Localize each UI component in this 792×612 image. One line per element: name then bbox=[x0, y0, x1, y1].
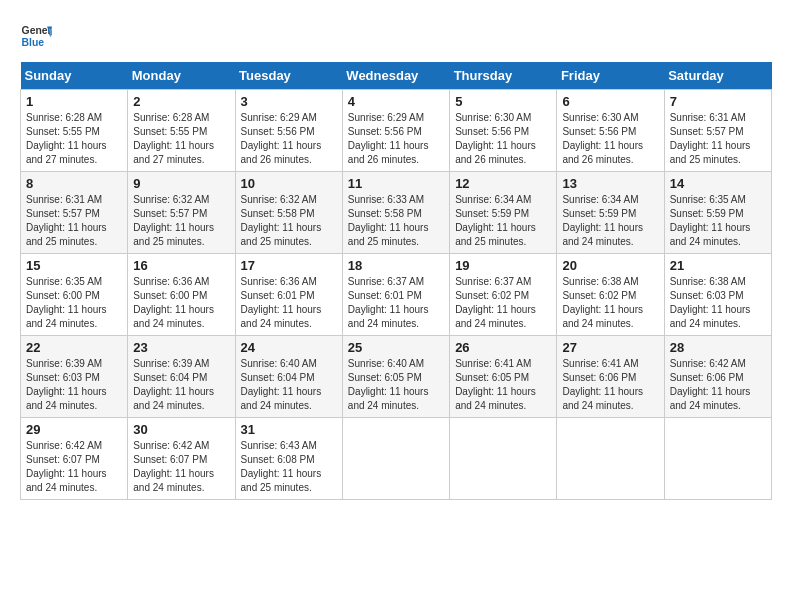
day-number: 3 bbox=[241, 94, 337, 109]
day-number: 26 bbox=[455, 340, 551, 355]
day-number: 6 bbox=[562, 94, 658, 109]
day-number: 1 bbox=[26, 94, 122, 109]
calendar-cell-day-2: 2 Sunrise: 6:28 AM Sunset: 5:55 PM Dayli… bbox=[128, 90, 235, 172]
empty-cell bbox=[342, 418, 449, 500]
day-detail: Sunrise: 6:32 AM Sunset: 5:58 PM Dayligh… bbox=[241, 193, 337, 249]
empty-cell bbox=[450, 418, 557, 500]
calendar-cell-day-27: 27 Sunrise: 6:41 AM Sunset: 6:06 PM Dayl… bbox=[557, 336, 664, 418]
day-detail: Sunrise: 6:31 AM Sunset: 5:57 PM Dayligh… bbox=[670, 111, 766, 167]
day-number: 12 bbox=[455, 176, 551, 191]
page-header: General Blue bbox=[20, 20, 772, 52]
day-detail: Sunrise: 6:35 AM Sunset: 6:00 PM Dayligh… bbox=[26, 275, 122, 331]
day-number: 23 bbox=[133, 340, 229, 355]
day-detail: Sunrise: 6:35 AM Sunset: 5:59 PM Dayligh… bbox=[670, 193, 766, 249]
calendar-cell-day-7: 7 Sunrise: 6:31 AM Sunset: 5:57 PM Dayli… bbox=[664, 90, 771, 172]
day-detail: Sunrise: 6:28 AM Sunset: 5:55 PM Dayligh… bbox=[133, 111, 229, 167]
svg-text:Blue: Blue bbox=[22, 37, 45, 48]
day-detail: Sunrise: 6:38 AM Sunset: 6:03 PM Dayligh… bbox=[670, 275, 766, 331]
calendar-cell-day-17: 17 Sunrise: 6:36 AM Sunset: 6:01 PM Dayl… bbox=[235, 254, 342, 336]
calendar-cell-day-20: 20 Sunrise: 6:38 AM Sunset: 6:02 PM Dayl… bbox=[557, 254, 664, 336]
calendar-cell-day-25: 25 Sunrise: 6:40 AM Sunset: 6:05 PM Dayl… bbox=[342, 336, 449, 418]
day-number: 5 bbox=[455, 94, 551, 109]
day-detail: Sunrise: 6:39 AM Sunset: 6:03 PM Dayligh… bbox=[26, 357, 122, 413]
day-detail: Sunrise: 6:33 AM Sunset: 5:58 PM Dayligh… bbox=[348, 193, 444, 249]
day-detail: Sunrise: 6:30 AM Sunset: 5:56 PM Dayligh… bbox=[455, 111, 551, 167]
day-number: 27 bbox=[562, 340, 658, 355]
day-number: 28 bbox=[670, 340, 766, 355]
logo-icon: General Blue bbox=[20, 20, 52, 52]
day-detail: Sunrise: 6:28 AM Sunset: 5:55 PM Dayligh… bbox=[26, 111, 122, 167]
day-detail: Sunrise: 6:31 AM Sunset: 5:57 PM Dayligh… bbox=[26, 193, 122, 249]
calendar-cell-day-3: 3 Sunrise: 6:29 AM Sunset: 5:56 PM Dayli… bbox=[235, 90, 342, 172]
day-detail: Sunrise: 6:34 AM Sunset: 5:59 PM Dayligh… bbox=[562, 193, 658, 249]
day-detail: Sunrise: 6:39 AM Sunset: 6:04 PM Dayligh… bbox=[133, 357, 229, 413]
day-number: 25 bbox=[348, 340, 444, 355]
calendar-cell-day-21: 21 Sunrise: 6:38 AM Sunset: 6:03 PM Dayl… bbox=[664, 254, 771, 336]
day-number: 14 bbox=[670, 176, 766, 191]
day-detail: Sunrise: 6:36 AM Sunset: 6:01 PM Dayligh… bbox=[241, 275, 337, 331]
calendar-cell-day-16: 16 Sunrise: 6:36 AM Sunset: 6:00 PM Dayl… bbox=[128, 254, 235, 336]
day-detail: Sunrise: 6:41 AM Sunset: 6:05 PM Dayligh… bbox=[455, 357, 551, 413]
weekday-header-thursday: Thursday bbox=[450, 62, 557, 90]
day-detail: Sunrise: 6:42 AM Sunset: 6:06 PM Dayligh… bbox=[670, 357, 766, 413]
day-number: 29 bbox=[26, 422, 122, 437]
day-detail: Sunrise: 6:43 AM Sunset: 6:08 PM Dayligh… bbox=[241, 439, 337, 495]
day-number: 17 bbox=[241, 258, 337, 273]
day-number: 7 bbox=[670, 94, 766, 109]
day-number: 20 bbox=[562, 258, 658, 273]
calendar-cell-day-22: 22 Sunrise: 6:39 AM Sunset: 6:03 PM Dayl… bbox=[21, 336, 128, 418]
calendar-cell-day-5: 5 Sunrise: 6:30 AM Sunset: 5:56 PM Dayli… bbox=[450, 90, 557, 172]
calendar-cell-day-6: 6 Sunrise: 6:30 AM Sunset: 5:56 PM Dayli… bbox=[557, 90, 664, 172]
day-detail: Sunrise: 6:34 AM Sunset: 5:59 PM Dayligh… bbox=[455, 193, 551, 249]
calendar-cell-day-30: 30 Sunrise: 6:42 AM Sunset: 6:07 PM Dayl… bbox=[128, 418, 235, 500]
day-number: 9 bbox=[133, 176, 229, 191]
weekday-header-sunday: Sunday bbox=[21, 62, 128, 90]
weekday-header-tuesday: Tuesday bbox=[235, 62, 342, 90]
day-number: 11 bbox=[348, 176, 444, 191]
day-number: 10 bbox=[241, 176, 337, 191]
calendar-cell-day-28: 28 Sunrise: 6:42 AM Sunset: 6:06 PM Dayl… bbox=[664, 336, 771, 418]
day-detail: Sunrise: 6:37 AM Sunset: 6:01 PM Dayligh… bbox=[348, 275, 444, 331]
calendar-cell-day-29: 29 Sunrise: 6:42 AM Sunset: 6:07 PM Dayl… bbox=[21, 418, 128, 500]
weekday-header-saturday: Saturday bbox=[664, 62, 771, 90]
day-detail: Sunrise: 6:36 AM Sunset: 6:00 PM Dayligh… bbox=[133, 275, 229, 331]
day-detail: Sunrise: 6:32 AM Sunset: 5:57 PM Dayligh… bbox=[133, 193, 229, 249]
calendar-cell-day-13: 13 Sunrise: 6:34 AM Sunset: 5:59 PM Dayl… bbox=[557, 172, 664, 254]
calendar-cell-day-24: 24 Sunrise: 6:40 AM Sunset: 6:04 PM Dayl… bbox=[235, 336, 342, 418]
day-detail: Sunrise: 6:29 AM Sunset: 5:56 PM Dayligh… bbox=[241, 111, 337, 167]
calendar-cell-day-23: 23 Sunrise: 6:39 AM Sunset: 6:04 PM Dayl… bbox=[128, 336, 235, 418]
calendar-cell-day-12: 12 Sunrise: 6:34 AM Sunset: 5:59 PM Dayl… bbox=[450, 172, 557, 254]
calendar-cell-day-8: 8 Sunrise: 6:31 AM Sunset: 5:57 PM Dayli… bbox=[21, 172, 128, 254]
calendar-cell-day-1: 1 Sunrise: 6:28 AM Sunset: 5:55 PM Dayli… bbox=[21, 90, 128, 172]
calendar-cell-day-10: 10 Sunrise: 6:32 AM Sunset: 5:58 PM Dayl… bbox=[235, 172, 342, 254]
day-number: 24 bbox=[241, 340, 337, 355]
day-number: 19 bbox=[455, 258, 551, 273]
empty-cell bbox=[557, 418, 664, 500]
day-detail: Sunrise: 6:38 AM Sunset: 6:02 PM Dayligh… bbox=[562, 275, 658, 331]
calendar-table: SundayMondayTuesdayWednesdayThursdayFrid… bbox=[20, 62, 772, 500]
day-number: 30 bbox=[133, 422, 229, 437]
calendar-cell-day-11: 11 Sunrise: 6:33 AM Sunset: 5:58 PM Dayl… bbox=[342, 172, 449, 254]
weekday-header-monday: Monday bbox=[128, 62, 235, 90]
day-number: 2 bbox=[133, 94, 229, 109]
day-detail: Sunrise: 6:42 AM Sunset: 6:07 PM Dayligh… bbox=[133, 439, 229, 495]
day-detail: Sunrise: 6:41 AM Sunset: 6:06 PM Dayligh… bbox=[562, 357, 658, 413]
logo: General Blue bbox=[20, 20, 56, 52]
calendar-cell-day-26: 26 Sunrise: 6:41 AM Sunset: 6:05 PM Dayl… bbox=[450, 336, 557, 418]
weekday-header-friday: Friday bbox=[557, 62, 664, 90]
calendar-cell-day-4: 4 Sunrise: 6:29 AM Sunset: 5:56 PM Dayli… bbox=[342, 90, 449, 172]
day-detail: Sunrise: 6:40 AM Sunset: 6:04 PM Dayligh… bbox=[241, 357, 337, 413]
calendar-cell-day-9: 9 Sunrise: 6:32 AM Sunset: 5:57 PM Dayli… bbox=[128, 172, 235, 254]
calendar-cell-day-19: 19 Sunrise: 6:37 AM Sunset: 6:02 PM Dayl… bbox=[450, 254, 557, 336]
calendar-cell-day-15: 15 Sunrise: 6:35 AM Sunset: 6:00 PM Dayl… bbox=[21, 254, 128, 336]
day-detail: Sunrise: 6:42 AM Sunset: 6:07 PM Dayligh… bbox=[26, 439, 122, 495]
day-detail: Sunrise: 6:30 AM Sunset: 5:56 PM Dayligh… bbox=[562, 111, 658, 167]
empty-cell bbox=[664, 418, 771, 500]
day-number: 21 bbox=[670, 258, 766, 273]
day-number: 22 bbox=[26, 340, 122, 355]
day-number: 4 bbox=[348, 94, 444, 109]
day-detail: Sunrise: 6:29 AM Sunset: 5:56 PM Dayligh… bbox=[348, 111, 444, 167]
weekday-header-wednesday: Wednesday bbox=[342, 62, 449, 90]
calendar-cell-day-14: 14 Sunrise: 6:35 AM Sunset: 5:59 PM Dayl… bbox=[664, 172, 771, 254]
calendar-cell-day-18: 18 Sunrise: 6:37 AM Sunset: 6:01 PM Dayl… bbox=[342, 254, 449, 336]
